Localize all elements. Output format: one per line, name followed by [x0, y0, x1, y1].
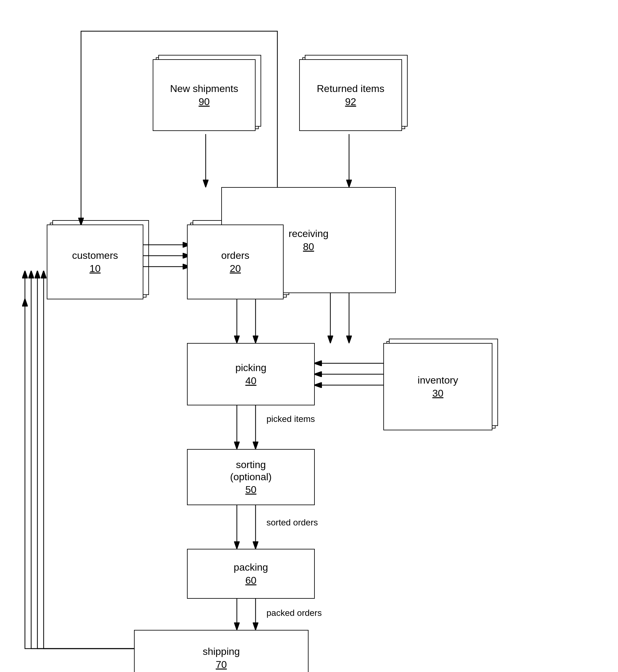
picking-id: 40 [245, 375, 256, 387]
packed-orders-label: packed orders [267, 608, 322, 618]
shipping-id: 70 [216, 659, 227, 670]
picked-items-label: picked items [267, 414, 315, 424]
orders-label: orders [221, 249, 249, 261]
returned-items-node: Returned items 92 [299, 59, 402, 131]
shipping-node: shipping 70 [134, 630, 309, 672]
picking-label: picking [235, 362, 267, 373]
returned-items-id: 92 [345, 96, 356, 107]
packing-label: packing [234, 561, 268, 573]
customers-id: 10 [89, 263, 101, 274]
new-shipments-node: New shipments 90 [153, 59, 255, 131]
inventory-node: inventory 30 [383, 343, 492, 430]
shipping-label: shipping [203, 646, 240, 657]
returned-items-label: Returned items [317, 83, 385, 94]
picking-node: picking 40 [187, 343, 315, 405]
receiving-label: receiving [289, 228, 328, 240]
inventory-id: 30 [432, 388, 443, 399]
new-shipments-label: New shipments [170, 83, 238, 94]
customers-label: customers [72, 249, 118, 261]
orders-node: orders 20 [187, 225, 284, 300]
sorting-node: sorting(optional) 50 [187, 449, 315, 505]
receiving-id: 80 [303, 241, 314, 253]
new-shipments-id: 90 [199, 96, 210, 107]
sorted-orders-label: sorted orders [267, 518, 318, 528]
inventory-label: inventory [418, 374, 458, 386]
packing-node: packing 60 [187, 549, 315, 599]
customers-node: customers 10 [47, 225, 143, 300]
orders-id: 20 [230, 263, 241, 274]
packing-id: 60 [245, 575, 256, 586]
diagram: New shipments 90 Returned items 92 recei… [0, 0, 618, 672]
sorting-id: 50 [245, 484, 256, 496]
sorting-label: sorting(optional) [230, 459, 272, 483]
